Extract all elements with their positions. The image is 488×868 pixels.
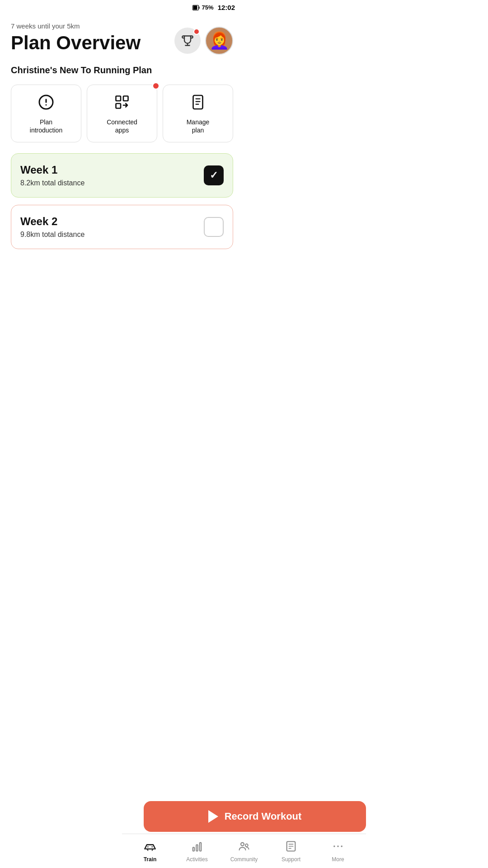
- status-bar: 75% 12:02: [0, 0, 244, 13]
- header-left: 7 weeks until your 5km Plan Overview: [11, 22, 174, 58]
- svg-rect-6: [116, 96, 121, 101]
- week-1-card[interactable]: Week 1 8.2km total distance ✓: [11, 153, 233, 198]
- main-content: 7 weeks until your 5km Plan Overview 👩‍🦰…: [0, 13, 244, 338]
- cards-grid: Plan introduction Connected apps: [11, 85, 233, 142]
- manage-plan-icon: [190, 94, 206, 113]
- header-row: 7 weeks until your 5km Plan Overview 👩‍🦰: [11, 22, 233, 58]
- page-subtitle: 7 weeks until your 5km: [11, 22, 174, 30]
- svg-point-5: [46, 104, 47, 106]
- status-icons: 75% 12:02: [192, 4, 235, 11]
- manage-plan-label: Manage plan: [187, 118, 210, 134]
- week-2-info: Week 2 9.8km total distance: [20, 215, 84, 239]
- header-right: 👩‍🦰: [174, 27, 233, 55]
- plan-intro-icon: [38, 94, 54, 113]
- plan-name: Christine's New To Running Plan: [11, 65, 233, 75]
- week-1-title: Week 1: [20, 164, 84, 176]
- svg-rect-1: [198, 6, 199, 9]
- week-2-checkbox[interactable]: [204, 217, 224, 237]
- check-mark-icon: ✓: [210, 170, 218, 181]
- connected-apps-card[interactable]: Connected apps: [87, 85, 157, 142]
- page-title: Plan Overview: [11, 33, 174, 53]
- manage-plan-card[interactable]: Manage plan: [163, 85, 233, 142]
- trophy-button[interactable]: [174, 28, 201, 54]
- time: 12:02: [218, 4, 235, 11]
- battery-percent: 75%: [202, 4, 214, 11]
- plan-introduction-card[interactable]: Plan introduction: [11, 85, 81, 142]
- week-1-distance: 8.2km total distance: [20, 179, 84, 187]
- week-2-title: Week 2: [20, 215, 84, 228]
- svg-rect-2: [193, 5, 197, 9]
- week-1-checkbox[interactable]: ✓: [204, 165, 224, 185]
- svg-rect-8: [116, 104, 121, 108]
- battery-icon: [192, 5, 200, 10]
- svg-rect-7: [123, 96, 128, 101]
- connected-apps-icon: [114, 94, 130, 113]
- trophy-icon: [181, 34, 194, 47]
- plan-intro-label: Plan introduction: [30, 118, 62, 134]
- week-2-distance: 9.8km total distance: [20, 231, 84, 239]
- connected-apps-label: Connected apps: [107, 118, 137, 134]
- week-2-card[interactable]: Week 2 9.8km total distance: [11, 205, 233, 249]
- user-avatar[interactable]: 👩‍🦰: [205, 27, 233, 55]
- week-1-info: Week 1 8.2km total distance: [20, 164, 84, 187]
- svg-rect-9: [193, 95, 203, 109]
- connected-apps-notification: [152, 82, 160, 90]
- trophy-notification: [193, 28, 200, 35]
